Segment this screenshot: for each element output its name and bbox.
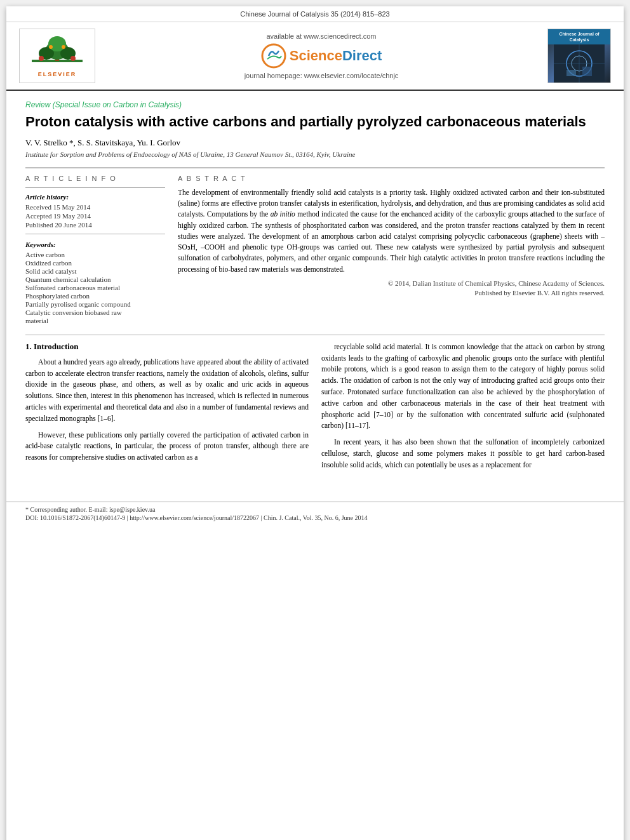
body-left-column: 1. Introduction About a hundred years ag…: [25, 342, 309, 476]
keywords-list: Active carbonOxidized carbonSolid acid c…: [25, 251, 165, 324]
footer: * Corresponding author. E-mail: ispe@isp…: [6, 502, 624, 521]
article-title: Proton catalysis with active carbons and…: [25, 113, 605, 131]
cover-illustration: [554, 44, 605, 83]
center-header: available at www.sciencedirect.com Scien…: [102, 29, 541, 83]
direct-text: Direct: [342, 48, 382, 63]
keyword-item: Solid acid catalyst: [25, 267, 165, 275]
abstract-section: A B S T R A C T The development of envir…: [178, 175, 605, 325]
history-title: Article history:: [25, 193, 165, 201]
accepted-date: Accepted 19 May 2014: [25, 212, 165, 220]
body-section: 1. Introduction About a hundred years ag…: [25, 335, 605, 476]
svg-point-7: [70, 56, 76, 61]
intro-paragraph-1: About a hundred years ago already, publi…: [25, 357, 309, 425]
published-date: Published 20 June 2014: [25, 221, 165, 229]
keyword-item: Quantum chemical calculation: [25, 276, 165, 283]
journal-cover-title: Chinese Journal of Catalysis: [548, 29, 610, 44]
body-right-column: recyclable solid acid material. It is co…: [321, 342, 605, 476]
svg-point-8: [49, 45, 53, 49]
right-paragraph-2: In recent years, it has also been shown …: [321, 437, 605, 470]
article-info-abstract: A R T I C L E I N F O Article history: R…: [25, 168, 605, 325]
divider: [25, 187, 165, 188]
keyword-item: Phosphorylated carbon: [25, 292, 165, 300]
article-info-heading: A R T I C L E I N F O: [25, 175, 165, 182]
review-label: Review (Special Issue on Carbon in Catal…: [25, 100, 605, 109]
divider2: [25, 234, 165, 234]
science-text: Science: [290, 48, 342, 63]
keyword-item: Partially pyrolised organic compound: [25, 300, 165, 308]
keyword-item: material: [25, 317, 165, 324]
doi-info: DOI: 10.1016/S1872-2067(14)60147-9 | htt…: [25, 514, 605, 521]
keyword-item: Catalytic conversion biobased raw: [25, 309, 165, 316]
svg-point-5: [48, 36, 66, 51]
sciencedirect-logo: ScienceDirect: [261, 43, 382, 69]
affiliation: Institute for Sorption and Problems of E…: [25, 150, 605, 158]
available-text: available at www.sciencedirect.com: [266, 32, 376, 40]
svg-point-9: [62, 45, 65, 49]
journal-cover-image: [548, 44, 610, 83]
homepage-text: journal homepage: www.elsevier.com/locat…: [245, 72, 399, 79]
corresponding-author: * Corresponding author. E-mail: ispe@isp…: [25, 506, 605, 513]
journal-cover: Chinese Journal of Catalysis: [547, 29, 611, 83]
journal-header: Chinese Journal of Catalysis 35 (2014) 8…: [6, 6, 624, 22]
keywords-title: Keywords:: [25, 241, 165, 248]
svg-point-6: [39, 56, 44, 61]
abstract-heading: A B S T R A C T: [178, 175, 605, 182]
elsevier-logo: ELSEVIER: [19, 29, 95, 83]
introduction-text: About a hundred years ago already, publi…: [25, 357, 309, 463]
elsevier-tree-icon: [29, 34, 86, 69]
received-date: Received 15 May 2014: [25, 203, 165, 211]
svg-rect-16: [566, 70, 576, 76]
keyword-item: Active carbon: [25, 251, 165, 258]
authors: V. V. Strelko *, S. S. Stavitskaya, Yu. …: [25, 138, 605, 148]
svg-rect-17: [582, 67, 592, 76]
right-column-text: recyclable solid acid material. It is co…: [321, 342, 605, 471]
page: Chinese Journal of Catalysis 35 (2014) 8…: [6, 6, 624, 840]
introduction-heading: 1. Introduction: [25, 342, 309, 352]
journal-header-logos: ELSEVIER available at www.sciencedirect.…: [6, 22, 624, 91]
sciencedirect-icon: [261, 43, 286, 69]
keyword-item: Sulfonated carbonaceous material: [25, 284, 165, 291]
intro-paragraph-2: However, these publications only partial…: [25, 430, 309, 463]
abstract-text: The development of environmentally frien…: [178, 187, 605, 275]
sciencedirect-text: ScienceDirect: [290, 48, 382, 64]
keyword-item: Oxidized carbon: [25, 259, 165, 267]
journal-title: Chinese Journal of Catalysis 35 (2014) 8…: [240, 10, 389, 18]
article-info-panel: A R T I C L E I N F O Article history: R…: [25, 175, 165, 325]
right-paragraph-1: recyclable solid acid material. It is co…: [321, 342, 605, 432]
main-content: Review (Special Issue on Carbon in Catal…: [6, 91, 624, 489]
copyright-text: © 2014, Dalian Institute of Chemical Phy…: [178, 279, 605, 298]
elsevier-label: ELSEVIER: [38, 71, 77, 77]
